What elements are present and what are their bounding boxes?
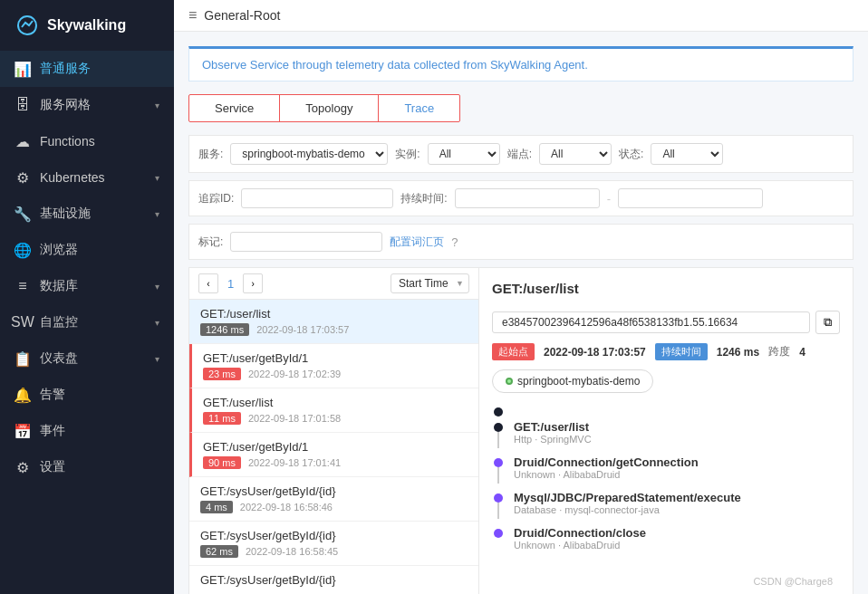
tree-dot — [494, 493, 503, 503]
trace-item-meta: 62 ms 2022-09-18 16:58:45 — [200, 545, 468, 558]
tab-trace[interactable]: Trace — [379, 95, 459, 121]
sidebar: Skywalking 📊 普通服务 🗄 服务网格 ▾ ☁ Functions ⚙… — [0, 0, 174, 594]
tab-service[interactable]: Service — [189, 95, 280, 121]
trace-id-input[interactable] — [241, 188, 393, 208]
sidebar-item-self-monitor[interactable]: SW 自监控 ▾ — [0, 304, 174, 340]
service-status-dot — [506, 378, 513, 385]
service-filter-select[interactable]: springboot-mybatis-demo — [230, 143, 388, 165]
filter-row-2: 追踪ID: 持续时间: - — [188, 180, 854, 216]
trace-id-label: 追踪ID: — [198, 191, 234, 206]
config-label: 配置词汇页 — [390, 235, 444, 250]
service-button[interactable]: springboot-mybatis-demo — [492, 369, 653, 393]
database-icon: ≡ — [14, 278, 31, 294]
sidebar-item-settings[interactable]: ⚙ 设置 — [0, 449, 174, 485]
sidebar-label-service-mesh: 服务网格 — [40, 97, 146, 113]
trace-item[interactable]: GET:/sysUser/getById/{id} — [189, 566, 478, 594]
logo-text: Skywalking — [47, 17, 126, 34]
normal-service-icon: 📊 — [14, 61, 31, 77]
tree-node-content: Druid/Connection/close Unknown · Alibaba… — [514, 526, 646, 551]
copy-trace-id-button[interactable]: ⧉ — [815, 311, 840, 334]
sort-select[interactable]: Start Time — [391, 273, 469, 293]
trace-badge: 11 ms — [203, 412, 241, 425]
tree-dot — [494, 458, 503, 467]
service-mesh-icon: 🗄 — [14, 97, 31, 113]
tree-connector-line — [497, 503, 499, 519]
panel-container: ‹ 1 › Start Time GET:/user/list 1246 ms … — [188, 267, 854, 594]
endpoint-filter-label: 端点: — [507, 147, 532, 162]
sidebar-item-event[interactable]: 📅 事件 — [0, 413, 174, 449]
trace-time: 2022-09-18 16:58:46 — [240, 502, 333, 513]
right-panel: GET:/user/list e38457002396412596a48f653… — [479, 268, 853, 594]
trace-badge: 90 ms — [203, 456, 241, 469]
sidebar-item-functions[interactable]: ☁ Functions — [0, 123, 174, 159]
dashboard-icon: 📋 — [14, 350, 31, 367]
topbar: ≡ General-Root — [174, 0, 868, 32]
sidebar-item-dashboard[interactable]: 📋 仪表盘 ▾ — [0, 340, 174, 377]
tree-connector-line — [497, 432, 499, 448]
sidebar-label-browser: 浏览器 — [40, 242, 159, 258]
sidebar-item-normal-service[interactable]: 📊 普通服务 — [0, 51, 174, 87]
trace-item-name: GET:/user/getById/1 — [203, 351, 468, 365]
trace-badge: 23 ms — [203, 368, 241, 380]
trace-item[interactable]: GET:/user/list 11 ms 2022-09-18 17:01:58 — [189, 388, 478, 433]
trace-item-name: GET:/sysUser/getById/{id} — [200, 529, 468, 542]
self-monitor-icon: SW — [14, 314, 31, 331]
duration-from-input[interactable] — [455, 188, 600, 208]
sidebar-item-service-mesh[interactable]: 🗄 服务网格 ▾ — [0, 87, 174, 123]
tree-node-name: Druid/Connection/close — [514, 526, 646, 540]
trace-time: 2022-09-18 17:03:57 — [256, 324, 349, 335]
status-filter-select[interactable]: All — [651, 143, 723, 165]
logo: Skywalking — [0, 0, 174, 51]
sidebar-label-settings: 设置 — [40, 459, 159, 475]
trace-item[interactable]: GET:/user/list 1246 ms 2022-09-18 17:03:… — [189, 300, 478, 344]
tree-node-sub: Http · SpringMVC — [514, 434, 592, 445]
content-area: Observe Service through telemetry data c… — [174, 32, 868, 594]
trace-item[interactable]: GET:/user/getById/1 90 ms 2022-09-18 17:… — [189, 433, 478, 477]
sidebar-label-kubernetes: Kubernetes — [40, 170, 146, 185]
trace-id-row: e38457002396412596a48f6538133fb1.55.1663… — [492, 311, 840, 334]
trace-list: GET:/user/list 1246 ms 2022-09-18 17:03:… — [189, 300, 478, 594]
tree-node-name: Druid/Connection/getConnection — [514, 455, 699, 469]
page-title: General-Root — [204, 8, 280, 23]
sidebar-label-functions: Functions — [40, 134, 159, 148]
skywalking-logo-icon — [14, 13, 40, 38]
trace-time: 2022-09-18 17:01:58 — [248, 413, 341, 424]
trace-item[interactable]: GET:/sysUser/getById/{id} 4 ms 2022-09-1… — [189, 477, 478, 522]
trace-item[interactable]: GET:/sysUser/getById/{id} 62 ms 2022-09-… — [189, 522, 478, 566]
tree-dot — [494, 423, 503, 432]
start-value: 2022-09-18 17:03:57 — [544, 346, 646, 359]
sidebar-item-kubernetes[interactable]: ⚙ Kubernetes ▾ — [0, 159, 174, 196]
sidebar-label-normal-service: 普通服务 — [40, 61, 159, 77]
trace-item-meta: 1246 ms 2022-09-18 17:03:57 — [200, 323, 468, 336]
filter-row-1: 服务: springboot-mybatis-demo 实例: All 端点: … — [188, 135, 854, 173]
help-icon: ? — [451, 235, 458, 249]
right-panel-title: GET:/user/list — [492, 281, 840, 296]
tag-input[interactable] — [230, 232, 382, 252]
next-page-button[interactable]: › — [243, 273, 263, 293]
service-name: springboot-mybatis-demo — [517, 375, 640, 388]
trace-item-meta: 4 ms 2022-09-18 16:58:46 — [200, 501, 468, 513]
duration-to-input[interactable] — [618, 188, 763, 208]
tab-topology[interactable]: Topology — [280, 95, 379, 121]
tree-connector-line — [497, 467, 499, 484]
sidebar-item-alert[interactable]: 🔔 告警 — [0, 377, 174, 413]
sidebar-item-database[interactable]: ≡ 数据库 ▾ — [0, 268, 174, 304]
status-filter-label: 状态: — [619, 147, 643, 162]
trace-item[interactable]: GET:/user/getById/1 23 ms 2022-09-18 17:… — [189, 344, 478, 388]
event-icon: 📅 — [14, 423, 31, 439]
tree-root-dot — [494, 407, 503, 417]
alert-icon: 🔔 — [14, 387, 31, 403]
chevron-icon-service-mesh: ▾ — [155, 101, 159, 110]
trace-id-box: e38457002396412596a48f6538133fb1.55.1663… — [492, 311, 810, 333]
tree-node-row: GET:/user/list Http · SpringMVC — [492, 420, 840, 448]
trace-time: 2022-09-18 17:01:41 — [248, 457, 341, 468]
duration-badge: 持续时间 — [655, 343, 708, 360]
sidebar-item-infra[interactable]: 🔧 基础设施 ▾ — [0, 196, 174, 232]
instance-filter-label: 实例: — [395, 147, 420, 162]
sidebar-item-browser[interactable]: 🌐 浏览器 — [0, 232, 174, 268]
prev-page-button[interactable]: ‹ — [198, 273, 218, 293]
sidebar-label-infra: 基础设施 — [40, 206, 146, 222]
instance-filter-select[interactable]: All — [428, 143, 500, 165]
endpoint-filter-select[interactable]: All — [539, 143, 612, 165]
tabs-bar: Service Topology Trace — [188, 94, 460, 122]
